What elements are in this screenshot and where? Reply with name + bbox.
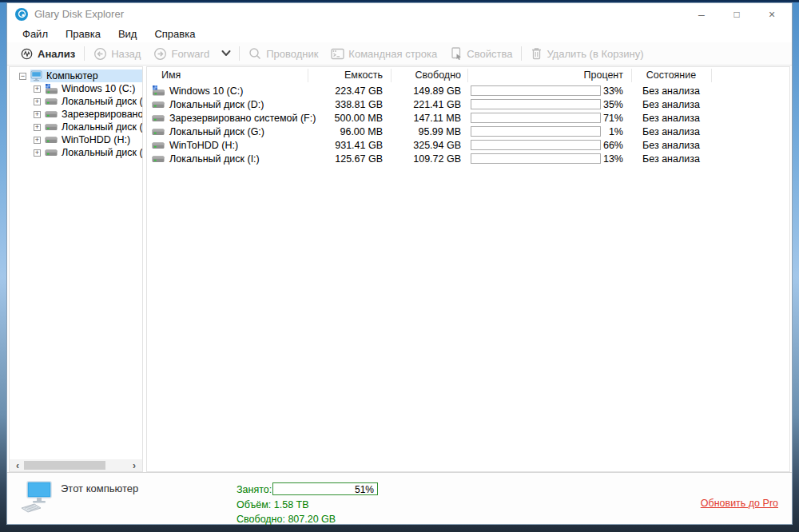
disk-name: WinToHDD (H:) bbox=[169, 140, 238, 151]
column-header-percent[interactable]: Процент bbox=[531, 69, 623, 81]
explorer-label: Проводник bbox=[266, 48, 318, 60]
computer-icon bbox=[30, 70, 42, 81]
close-button[interactable]: × bbox=[754, 3, 789, 25]
column-header-status[interactable]: Состояние bbox=[631, 69, 711, 81]
back-icon bbox=[93, 47, 107, 61]
disk-free: 149.89 GB bbox=[391, 85, 461, 97]
tree-item-drive-d[interactable]: + Локальный диск (D:) bbox=[10, 95, 142, 108]
collapse-icon[interactable]: − bbox=[19, 73, 26, 80]
disk-icon bbox=[152, 155, 165, 163]
disk-percent: 1% bbox=[578, 126, 623, 137]
tree-item-drive-c[interactable]: + Windows 10 (C:) bbox=[10, 82, 142, 95]
delete-button[interactable]: Удалить (в Корзину) bbox=[524, 42, 650, 65]
this-computer-icon bbox=[20, 479, 54, 516]
tree-item-drive-h[interactable]: + WinToHDD (H:) bbox=[10, 133, 142, 146]
history-dropdown-button[interactable] bbox=[216, 50, 237, 58]
chevron-down-icon bbox=[221, 50, 232, 58]
disk-icon bbox=[152, 101, 165, 109]
analyze-label: Анализ bbox=[38, 48, 75, 60]
upgrade-pro-link[interactable]: Обновить до Pro bbox=[701, 498, 778, 509]
used-progressbar: 51% bbox=[272, 482, 378, 495]
disk-icon bbox=[45, 149, 58, 157]
disk-status: Без анализа bbox=[631, 153, 711, 165]
disk-capacity: 931.41 GB bbox=[308, 140, 383, 151]
forward-button[interactable]: Forward bbox=[147, 42, 216, 65]
tree-item-label: Зарезервировано системой (F:) bbox=[62, 109, 143, 120]
disk-icon bbox=[45, 97, 58, 105]
scroll-right-icon[interactable]: › bbox=[128, 459, 141, 471]
back-label: Назад bbox=[111, 48, 141, 60]
header-separator bbox=[631, 69, 632, 82]
expand-icon[interactable]: + bbox=[34, 85, 41, 93]
explorer-button[interactable]: Проводник bbox=[242, 42, 324, 65]
menu-bar: Файл Правка Вид Справка bbox=[7, 25, 792, 42]
table-row[interactable]: Windows 10 (C:) 223.47 GB 149.89 GB 33% … bbox=[147, 84, 789, 97]
tree-item-drive-g[interactable]: + Локальный диск (G:) bbox=[10, 121, 142, 133]
forward-label: Forward bbox=[171, 48, 209, 60]
back-button[interactable]: Назад bbox=[87, 42, 147, 65]
tree-item-drive-i[interactable]: + Локальный диск (I:) bbox=[10, 146, 142, 159]
tree-item-label: Windows 10 (C:) bbox=[62, 83, 135, 94]
minimize-button[interactable]: – bbox=[684, 3, 719, 25]
disk-name: Локальный диск (G:) bbox=[169, 126, 264, 137]
delete-label: Удалить (в Корзину) bbox=[547, 48, 643, 60]
windows-disk-icon bbox=[152, 85, 165, 96]
disk-free: 325.94 GB bbox=[391, 140, 461, 151]
column-header-capacity[interactable]: Емкость bbox=[308, 69, 383, 81]
toolbar-separator bbox=[521, 46, 522, 61]
tree-item-drive-f[interactable]: + Зарезервировано системой (F:) bbox=[10, 108, 142, 121]
disk-percent: 71% bbox=[578, 113, 623, 124]
disk-name: Зарезервировано системой (F:) bbox=[169, 113, 316, 124]
scrollbar-thumb[interactable] bbox=[24, 461, 105, 470]
tree-item-label: Локальный диск (I:) bbox=[62, 147, 143, 158]
column-header-name[interactable]: Имя bbox=[161, 69, 181, 81]
search-icon bbox=[248, 47, 262, 61]
menu-view[interactable]: Вид bbox=[109, 28, 146, 40]
menu-file[interactable]: Файл bbox=[14, 28, 57, 40]
status-bar: Этот компьютер Занято: 51% Объём: 1.58 T… bbox=[7, 472, 792, 524]
window-title: Glary Disk Explorer bbox=[34, 8, 124, 20]
table-header: Имя Емкость Свободно Процент Состояние bbox=[147, 67, 789, 84]
title-bar: Glary Disk Explorer – □ × bbox=[7, 3, 792, 25]
forward-icon bbox=[153, 47, 167, 61]
properties-button[interactable]: Свойства bbox=[443, 42, 519, 65]
disk-icon bbox=[45, 110, 58, 118]
tree-item-label: Локальный диск (D:) bbox=[62, 96, 143, 107]
scroll-left-icon[interactable]: ‹ bbox=[11, 459, 24, 471]
tree-item-computer[interactable]: − Компьютер bbox=[10, 69, 142, 82]
terminal-icon bbox=[331, 48, 344, 60]
menu-edit[interactable]: Правка bbox=[57, 28, 109, 40]
analyze-button[interactable]: Анализ bbox=[14, 42, 81, 65]
header-separator bbox=[711, 69, 712, 82]
table-row[interactable]: WinToHDD (H:) 931.41 GB 325.94 GB 66% Бе… bbox=[147, 138, 789, 152]
disk-icon bbox=[45, 123, 58, 131]
table-row[interactable]: Локальный диск (I:) 125.67 GB 109.72 GB … bbox=[147, 152, 789, 165]
disk-status: Без анализа bbox=[631, 99, 711, 110]
disk-status: Без анализа bbox=[631, 113, 711, 124]
expand-icon[interactable]: + bbox=[34, 98, 41, 105]
tree-selection[interactable]: Компьютер bbox=[30, 69, 142, 82]
table-row[interactable]: Зарезервировано системой (F:) 500.00 MB … bbox=[147, 111, 789, 125]
disk-icon bbox=[152, 141, 165, 149]
volume-label: Объём: 1.58 TB bbox=[237, 499, 309, 510]
disk-capacity: 96.00 MB bbox=[308, 126, 383, 137]
tree-item-label: WinToHDD (H:) bbox=[62, 134, 130, 145]
tree-horizontal-scrollbar[interactable]: ‹ › bbox=[10, 459, 142, 471]
expand-icon[interactable]: + bbox=[34, 149, 41, 157]
table-row[interactable]: Локальный диск (G:) 96.00 MB 95.99 MB 1%… bbox=[147, 125, 789, 138]
folder-tree-panel: − Компьютер + Windows 10 (C:) + Локальны… bbox=[9, 66, 143, 472]
menu-help[interactable]: Справка bbox=[145, 28, 204, 40]
table-row[interactable]: Локальный диск (D:) 338.81 GB 221.41 GB … bbox=[147, 97, 789, 111]
disk-status: Без анализа bbox=[631, 126, 711, 137]
disk-icon bbox=[45, 136, 58, 144]
header-separator bbox=[308, 69, 308, 82]
used-percent-value: 51% bbox=[355, 484, 374, 495]
expand-icon[interactable]: + bbox=[34, 124, 41, 131]
command-line-button[interactable]: Командная строка bbox=[324, 42, 443, 65]
maximize-button[interactable]: □ bbox=[719, 3, 754, 25]
expand-icon[interactable]: + bbox=[34, 111, 41, 118]
disk-status: Без анализа bbox=[631, 140, 711, 151]
expand-icon[interactable]: + bbox=[34, 137, 41, 144]
column-header-free[interactable]: Свободно bbox=[391, 69, 461, 81]
header-separator bbox=[467, 69, 468, 82]
